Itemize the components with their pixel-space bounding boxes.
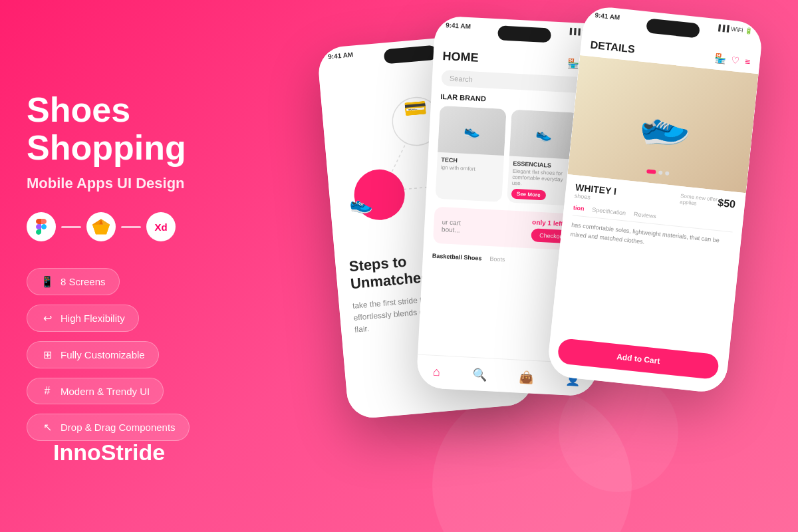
brand-card-1-desc: ign with omfort (441, 164, 499, 174)
feature-label-drag: Drop & Drag Components (61, 422, 176, 433)
feature-label-screens: 8 Screens (61, 276, 106, 287)
brand-name: InnoStride (53, 440, 165, 466)
wifi-icon-3: WiFi (731, 26, 743, 34)
battery-icon-3: 🔋 (745, 27, 753, 35)
tab-description[interactable]: tion (573, 204, 585, 212)
cart-text: ur cart bout... (442, 218, 461, 233)
product-image: 👟 (567, 55, 758, 193)
heart-icon-2: ♡ (731, 55, 741, 66)
product-name-container: WHITEY I shoes (574, 182, 616, 203)
nav-bag[interactable]: 👜 (519, 369, 534, 384)
xd-badge: Xd (146, 212, 176, 241)
nav-home[interactable]: ⌂ (432, 365, 440, 380)
feature-label-customizable: Fully Customizable (61, 349, 145, 360)
product-shoe-emoji: 👟 (633, 95, 693, 153)
store-icon-2: 🏪 (714, 53, 727, 65)
tool-badges: Xd (27, 212, 253, 241)
brand-card-1-info: TECH ign with omfort (436, 152, 504, 178)
signal-icon-3: ▐▐▐ (716, 24, 730, 32)
feature-item-customizable: ⊞ Fully Customizable (27, 341, 159, 368)
cart-text-line1: ur cart (442, 218, 461, 226)
feature-label-modern: Modern & Trendy UI (61, 386, 150, 397)
phone-main-time: 9:41 AM (328, 51, 354, 61)
flexibility-icon: ↩ (41, 312, 54, 325)
back-right-time: 9:41 AM (595, 11, 620, 21)
modern-icon: # (41, 385, 54, 397)
brand-card-1: 👟 TECH ign with omfort (435, 106, 506, 202)
connector-2 (121, 226, 141, 228)
main-title: Shoes Shopping (27, 91, 253, 167)
back-right-content: DETAILS 🏪 ♡ ≡ 👟 (546, 33, 761, 394)
screens-icon: 📱 (41, 275, 54, 288)
see-more-btn[interactable]: See More (511, 189, 546, 201)
card-icon: 💳 (403, 96, 428, 120)
brand-card-2-img: 👟 (509, 110, 579, 160)
brand-card-2-desc: Elegant flat shoes for comfortable every… (512, 168, 571, 190)
sketch-badge (86, 212, 116, 241)
feature-item-screens: 📱 8 Screens (27, 268, 120, 295)
feature-item-drag: ↖ Drop & Drag Components (27, 414, 190, 441)
product-price: $50 (717, 197, 735, 211)
feature-item-flexibility: ↩ High Flexibility (27, 305, 139, 332)
category-basketball[interactable]: Basketball Shoes (432, 253, 482, 262)
add-to-cart-btn[interactable]: Add to Cart (557, 338, 720, 380)
left-panel: Shoes Shopping Mobile Apps UI Design (27, 0, 253, 532)
feature-item-modern: # Modern & Trendy UI (27, 378, 164, 404)
category-boots[interactable]: Boots (489, 255, 505, 263)
back-right-status-icons: ▐▐▐ WiFi 🔋 (716, 24, 753, 35)
store-icon: 🏪 (567, 57, 579, 68)
phones-container: 9:41 AM ▐▐▐ WiFi 🔋 (279, 0, 798, 532)
tab-reviews[interactable]: Reviews (634, 211, 657, 220)
connector-1 (61, 226, 81, 228)
cart-text-line2: bout... (442, 225, 461, 233)
search-placeholder: Search (450, 74, 473, 84)
figma-badge (27, 212, 56, 241)
back-left-time: 9:41 AM (446, 21, 471, 30)
brand-card-1-img: 👟 (438, 106, 507, 156)
customizable-icon: ⊞ (41, 348, 54, 361)
phone-back-right: 9:41 AM ▐▐▐ WiFi 🔋 DETAILS 🏪 ♡ ≡ 👟 (546, 5, 763, 394)
details-header-icons: 🏪 ♡ ≡ (714, 53, 751, 67)
nav-search[interactable]: 🔍 (471, 366, 487, 382)
features-list: 📱 8 Screens ↩ High Flexibility ⊞ Fully C… (27, 268, 253, 441)
shoe-icon: 👟 (348, 192, 373, 215)
feature-label-flexibility: High Flexibility (61, 313, 125, 324)
menu-icon-2: ≡ (744, 56, 751, 67)
drag-icon: ↖ (41, 421, 54, 434)
phone-back-left-notch (497, 25, 551, 43)
dot-3 (665, 171, 670, 176)
home-title: HOME (442, 49, 479, 65)
tab-specification[interactable]: Specification (592, 206, 626, 216)
dot-2 (658, 170, 663, 175)
details-title: DETAILS (590, 39, 636, 56)
signal-icon-2: ▐▐▐ (567, 28, 581, 35)
product-price-container: $50 Some new offer applies (680, 193, 736, 211)
subtitle: Mobile Apps UI Design (27, 175, 253, 192)
